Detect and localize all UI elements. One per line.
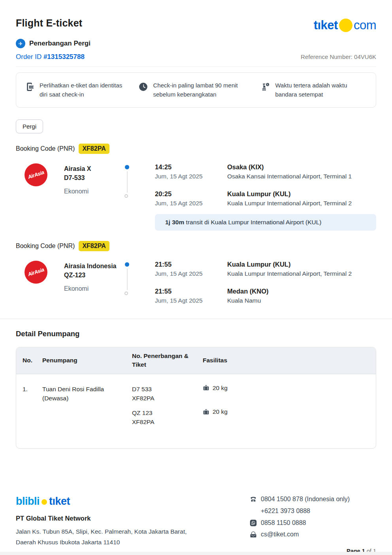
passenger-name-text: Tuan Deni Rosi Fadilla <box>42 386 104 392</box>
passengers-table-header: No. Penumpang No. Penerbangan & Tiket Fa… <box>16 347 376 374</box>
route-timeline <box>123 163 155 203</box>
footer-company-block: blibli tıket PT Global Tiket Network Jal… <box>16 495 187 554</box>
baggage-weight: 20 kg <box>213 385 228 392</box>
logo-tiket-text: tıket <box>314 18 338 32</box>
booking-code-row: Booking Code (PNR) XF82PA <box>16 144 376 154</box>
airline-name: Airasia XD7-533 <box>64 163 123 182</box>
booking-code-label: Booking Code (PNR) <box>16 242 75 250</box>
order-id-value: #1315325788 <box>43 53 85 61</box>
departure-airport: Osaka Kansai International Airport, Term… <box>227 173 376 180</box>
arrival-date: Jum, 15 Agt 2025 <box>155 200 227 207</box>
pnr-badge: XF82PA <box>79 144 109 154</box>
departure-time-block: 14:25 Jum, 15 Agt 2025 <box>155 163 227 180</box>
cabin-class: Ekonomi <box>64 285 123 292</box>
departure-date: Jum, 15 Agt 2025 <box>155 270 227 277</box>
arrival-ring-icon <box>124 292 128 295</box>
logo-tiket-text: tıket <box>49 495 70 508</box>
arrival-airport: Kuala Lumpur International Airport, Term… <box>227 200 376 207</box>
departure-time: 14:25 <box>155 163 227 171</box>
airasia-logo-text: AirAsia <box>27 267 45 277</box>
logo-blibli-text: blibli <box>16 495 40 508</box>
arrival-date: Jum, 15 Agt 2025 <box>155 297 227 304</box>
trip-direction-badge: Pergi <box>16 119 43 133</box>
airasia-logo-text: AirAsia <box>27 169 45 180</box>
timeline-line <box>127 269 128 290</box>
baggage-weight: 20 kg <box>213 408 228 415</box>
facility-block: 20 kg <box>203 408 376 432</box>
departure-city: Osaka (KIX) <box>227 163 376 171</box>
airport-tower-icon <box>261 82 271 92</box>
logo-yellow-dot-icon <box>339 19 352 32</box>
company-address: Jalan Ks. Tubun 85A, Slipi, Kec. Palmera… <box>16 526 187 547</box>
section-divider <box>0 318 392 319</box>
departure-dot-icon <box>125 262 129 267</box>
logo-yellow-dot-icon <box>41 499 47 505</box>
passengers-table: No. Penumpang No. Penerbangan & Tiket Fa… <box>16 347 376 449</box>
notice-bar: Perlihatkan e-tiket dan identitas diri s… <box>16 72 376 108</box>
facilities-cell: 20 kg 20 kg <box>203 385 376 432</box>
trip-type-label: Penerbangan Pergi <box>29 40 90 47</box>
facility-block: 20 kg <box>203 385 376 409</box>
company-name: PT Global Tiket Network <box>16 515 187 522</box>
contact-text: 0804 1500 878 (Indonesia only) <box>261 495 350 504</box>
eticket-identity-icon <box>25 82 35 92</box>
route-timeline <box>123 261 155 300</box>
airline-name: Airasia IndonesiaQZ-123 <box>64 261 123 280</box>
pnr-badge: XF82PA <box>79 241 109 251</box>
passenger-number: 1. <box>23 385 42 394</box>
logo-com-text: com <box>354 18 376 32</box>
blibli-tiket-logo: blibli tıket <box>16 495 187 508</box>
departure-airport: Kuala Lumpur International Airport, Term… <box>227 270 376 277</box>
baggage-facility: 20 kg <box>203 385 228 392</box>
eticket-page: Flight E-ticket tıket com ✈ Penerbangan … <box>0 0 392 555</box>
booking-code-row: Booking Code (PNR) XF82PA <box>16 241 376 251</box>
arrival-city: Medan (KNO) <box>227 288 376 295</box>
times-column: 21:55 Jum, 15 Agt 2025 21:55 Jum, 15 Agt… <box>155 261 227 304</box>
baggage-facility: 20 kg <box>203 408 228 415</box>
ticket-code: XF82PA <box>132 417 203 426</box>
departure-dot-icon <box>125 165 129 169</box>
flight-segment: AirAsia Airasia XD7-533 Ekonomi 14:25 Ju… <box>16 163 376 207</box>
notice-item: Perlihatkan e-tiket dan identitas diri s… <box>25 81 131 99</box>
clock-icon <box>138 82 148 92</box>
passengers-section-title: Detail Penumpang <box>16 330 376 338</box>
page-title: Flight E-ticket <box>16 17 82 29</box>
contact-row: +6221 3973 0888 <box>250 507 376 515</box>
order-row: Order ID #1315325788 Reference Number: 0… <box>16 53 376 67</box>
tiket-com-logo: tıket com <box>314 18 376 32</box>
departure-date: Jum, 15 Agt 2025 <box>155 173 227 180</box>
airline-info: Airasia IndonesiaQZ-123 Ekonomi <box>64 261 123 292</box>
table-row: 1. Tuan Deni Rosi Fadilla (Dewasa) D7 53… <box>16 374 376 448</box>
arrival-airport-block: Medan (KNO) Kuala Namu <box>227 288 376 304</box>
phone-icon <box>250 496 257 503</box>
timeline-line <box>127 171 128 193</box>
departure-airport-block: Kuala Lumpur (KUL) Kuala Lumpur Internat… <box>227 261 376 277</box>
column-header-facilities: Fasilitas <box>203 356 376 365</box>
departure-time: 21:55 <box>155 261 227 268</box>
arrival-ring-icon <box>124 194 128 198</box>
passenger-name: Tuan Deni Rosi Fadilla (Dewasa) <box>42 385 132 403</box>
flight-ticket-block: QZ 123 XF82PA <box>132 408 203 427</box>
airline-name-text: Airasia Indonesia <box>64 263 117 269</box>
departure-time-block: 21:55 Jum, 15 Agt 2025 <box>155 261 227 277</box>
flight-ticket-cell: D7 533 XF82PA QZ 123 XF82PA <box>132 385 203 432</box>
contact-row: 0804 1500 878 (Indonesia only) <box>250 495 376 504</box>
flight-code: D7 533 <box>132 385 203 394</box>
bottom-strip <box>0 552 392 555</box>
notice-item: Check-in paling lambat 90 menit sebelum … <box>138 81 253 99</box>
transit-duration: 1j 30m <box>165 219 184 225</box>
address-line-2: Daerah Khusus Ibukota Jakarta 11410 <box>16 539 120 546</box>
flight-number: D7-533 <box>64 174 85 181</box>
email-icon <box>250 531 257 538</box>
airasia-logo: AirAsia <box>24 261 47 284</box>
column-header-flight: No. Penerbangan & Tiket <box>132 352 203 369</box>
arrival-city: Kuala Lumpur (KUL) <box>227 190 376 198</box>
arrival-time: 20:25 <box>155 190 227 198</box>
footer-contacts: 0804 1500 878 (Indonesia only) +6221 397… <box>250 495 376 554</box>
booking-code-label: Booking Code (PNR) <box>16 145 75 152</box>
reference-number: Reference Number: 04VU6K <box>301 53 376 60</box>
cabin-class: Ekonomi <box>64 188 123 195</box>
header: Flight E-ticket tıket com <box>16 0 376 32</box>
arrival-time: 21:55 <box>155 288 227 295</box>
whatsapp-icon <box>250 519 257 527</box>
